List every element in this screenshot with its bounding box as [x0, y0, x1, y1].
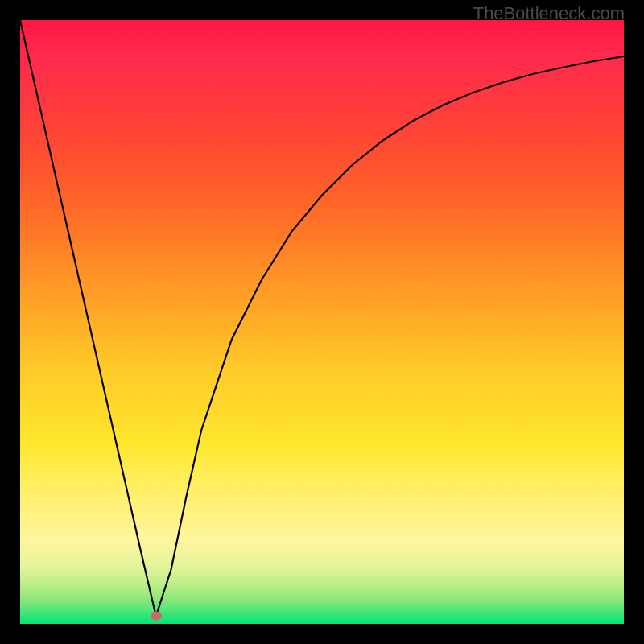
plot-area: [20, 20, 624, 624]
optimal-marker: [151, 612, 162, 621]
curve-path: [20, 20, 624, 616]
line-chart: [20, 20, 624, 624]
watermark-text: TheBottleneck.com: [473, 3, 625, 24]
